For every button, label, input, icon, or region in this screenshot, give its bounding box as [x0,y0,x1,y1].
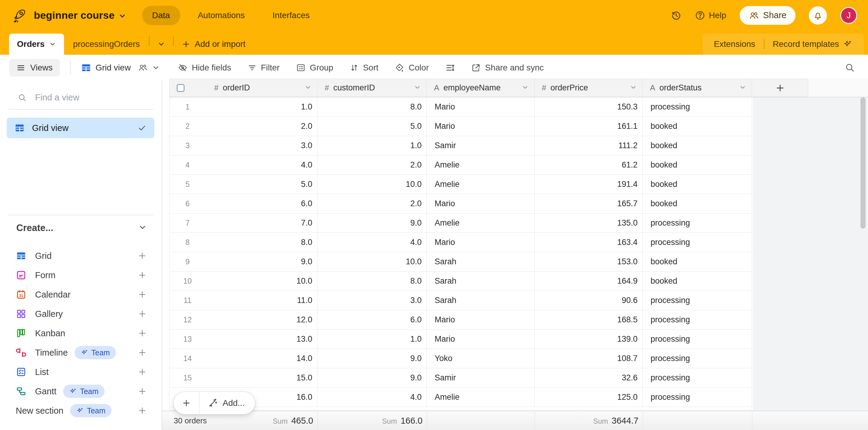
add-view-button[interactable] [137,367,147,377]
cell-orderstatus[interactable]: booked [643,175,752,194]
history-button[interactable] [671,10,682,21]
column-header-orderstatus[interactable]: AorderStatus [643,79,752,97]
cell-orderstatus[interactable]: booked [643,252,752,271]
create-item-form[interactable]: Form [0,265,162,285]
cell-orderstatus[interactable]: booked [643,136,752,155]
cell-orderstatus[interactable]: processing [643,368,752,388]
sort-button[interactable]: Sort [350,63,378,73]
cell-orderprice[interactable]: 153.0 [534,252,643,271]
cell-orderid[interactable]: 44.0 [169,155,317,175]
cell-customerid[interactable]: 10.0 [317,175,427,194]
cell-employeename[interactable]: Sarah [427,291,534,310]
cell-orderprice[interactable]: 165.7 [534,194,643,213]
create-item-new-section[interactable]: New sectionTeam [0,401,162,420]
cell-orderprice[interactable]: 161.1 [534,117,643,136]
cell-employeename[interactable]: Yoko [427,349,534,368]
cell-orderprice[interactable]: 168.5 [534,310,643,329]
add-view-button[interactable] [137,309,147,319]
table-row[interactable]: 33.01.0Samir111.2booked [169,136,752,155]
filter-button[interactable]: Filter [248,63,280,73]
chevron-down-icon[interactable] [739,84,746,92]
table-row[interactable]: 11.08.0Mario150.3processing [169,97,752,117]
cell-orderid[interactable]: 66.0 [169,194,317,213]
cell-orderid[interactable]: 33.0 [169,136,317,155]
add-view-button[interactable] [137,348,147,357]
cell-customerid[interactable]: 8.0 [317,97,427,117]
create-item-grid[interactable]: Grid [0,246,162,265]
cell-employeename[interactable]: Mario [427,194,534,213]
cell-orderid[interactable]: 1212.0 [169,310,317,329]
base-title-button[interactable]: beginner course [34,9,126,21]
cell-orderid[interactable]: 55.0 [169,175,317,194]
cell-orderstatus[interactable]: processing [643,291,752,310]
grid-view-button[interactable]: Grid view [81,63,160,73]
cell-customerid[interactable]: 9.0 [317,213,427,233]
cell-orderstatus[interactable]: processing [643,310,752,329]
share-and-sync-button[interactable]: Share and sync [471,63,544,73]
cell-orderstatus[interactable]: booked [643,117,752,136]
table-row[interactable]: 55.010.0Amelie191.4booked [169,175,752,194]
nav-tab-automations[interactable]: Automations [188,6,255,25]
add-view-button[interactable] [137,290,147,299]
help-button[interactable]: Help [695,10,726,21]
find-a-view-input[interactable] [35,92,135,103]
cell-orderstatus[interactable]: processing [643,388,752,407]
table-row[interactable]: 77.09.0Amelie135.0processing [169,213,752,233]
chevron-down-icon[interactable] [414,84,421,92]
create-item-calendar[interactable]: 31Calendar [0,285,162,304]
cell-orderid[interactable]: 1111.0 [169,291,317,310]
cell-employeename[interactable]: Sarah [427,252,534,271]
cell-orderprice[interactable]: 191.4 [534,175,643,194]
cell-customerid[interactable]: 2.0 [317,155,427,175]
chevron-down-icon[interactable] [522,84,529,92]
cell-customerid[interactable]: 8.0 [317,271,427,291]
cell-customerid[interactable]: 3.0 [317,291,427,310]
cell-orderid[interactable]: 22.0 [169,117,317,136]
column-header-orderid[interactable]: #orderID [169,79,317,97]
table-row[interactable]: 1616.04.0Amelie125.0processing [169,388,752,407]
cell-employeename[interactable]: Amelie [427,155,534,175]
cell-orderprice[interactable]: 111.2 [534,136,643,155]
create-section-header[interactable]: Create... [0,223,162,233]
table-row[interactable]: 1111.03.0Sarah90.6processing [169,291,752,310]
add-field-button[interactable] [752,79,808,97]
cell-customerid[interactable]: 5.0 [317,117,427,136]
table-row[interactable]: 1313.01.0Mario139.0processing [169,329,752,349]
tab-list-dropdown[interactable] [150,34,173,55]
cell-orderid[interactable]: 11.0 [169,97,317,117]
notifications-button[interactable] [809,6,827,25]
cell-orderid[interactable]: 88.0 [169,233,317,252]
group-button[interactable]: Group [296,63,334,73]
cell-customerid[interactable]: 4.0 [317,388,427,407]
select-all-checkbox[interactable] [177,84,185,92]
cell-orderid[interactable]: 1313.0 [169,329,317,349]
create-item-gantt[interactable]: GanttTeam [0,382,162,401]
cell-customerid[interactable]: 1.0 [317,329,427,349]
vertical-scrollbar[interactable] [861,97,866,229]
cell-employeename[interactable]: Samir [427,368,534,388]
cell-orderstatus[interactable]: processing [643,97,752,117]
add-view-button[interactable] [137,386,147,396]
column-header-customerid[interactable]: #customerID [317,79,427,97]
cell-employeename[interactable]: Amelie [427,388,534,407]
chevron-down-icon[interactable] [304,84,312,92]
cell-orderstatus[interactable]: processing [643,233,752,252]
cell-orderstatus[interactable]: processing [643,349,752,368]
table-row[interactable]: 1212.06.0Mario168.5processing [169,310,752,329]
cell-employeename[interactable]: Mario [427,97,534,117]
cell-customerid[interactable]: 9.0 [317,349,427,368]
cell-customerid[interactable]: 10.0 [317,252,427,271]
cell-orderstatus[interactable]: processing [643,213,752,233]
cell-orderprice[interactable]: 90.6 [534,291,643,310]
table-row[interactable]: 99.010.0Sarah153.0booked [169,252,752,271]
table-row[interactable]: 1010.08.0Sarah164.9booked [169,271,752,291]
cell-orderprice[interactable]: 150.3 [534,97,643,117]
add-record-plus-button[interactable] [174,392,199,414]
avatar[interactable]: J [840,7,857,24]
cell-employeename[interactable]: Samir [427,136,534,155]
chevron-down-icon[interactable] [630,84,637,92]
sum-orderid[interactable]: Sum 465.0 [273,416,317,426]
cell-orderstatus[interactable]: booked [643,271,752,291]
cell-orderstatus[interactable]: booked [643,194,752,213]
cell-customerid[interactable]: 1.0 [317,136,427,155]
